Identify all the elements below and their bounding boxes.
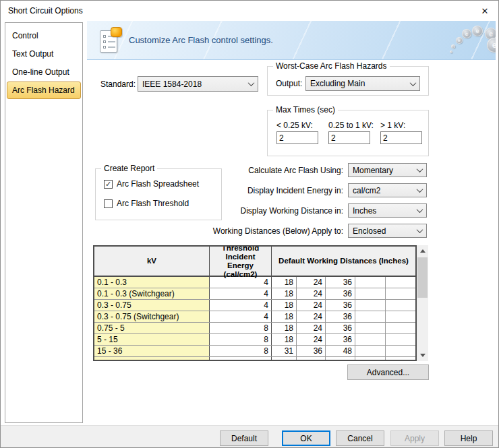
ok-button[interactable]: OK <box>282 430 330 446</box>
cell-distance-1[interactable]: 24 <box>297 300 326 311</box>
cell-threshold[interactable]: 8 <box>210 334 272 345</box>
table-scrollbar[interactable] <box>417 245 428 361</box>
cell-distance-1[interactable]: 24 <box>297 323 326 333</box>
setting-dropdown-working-distances-below-apply-to[interactable]: Enclosed <box>348 224 427 238</box>
chevron-down-icon <box>417 186 423 193</box>
sidebar-item-arc-flash-hazard[interactable]: Arc Flash Hazard <box>7 82 81 99</box>
setting-value: Enclosed <box>353 226 386 236</box>
standard-dropdown[interactable]: IEEE 1584-2018 <box>138 76 258 92</box>
setting-dropdown-calculate-arc-flash-using[interactable]: Momentary <box>348 163 427 177</box>
worst-case-group: Worst-Case Arc Flash Hazards Output: Exc… <box>267 66 429 96</box>
cell-distance-2[interactable]: 36 <box>326 334 355 345</box>
cell-distance-0[interactable]: 18 <box>272 300 297 311</box>
cell-distance-4[interactable] <box>386 334 415 345</box>
cell-kv[interactable]: 5 - 15 <box>94 334 210 345</box>
chevron-down-icon <box>417 206 423 213</box>
cell-distance-2[interactable] <box>326 357 355 361</box>
cell-distance-1[interactable]: 24 <box>297 311 326 322</box>
cell-threshold[interactable] <box>210 357 272 361</box>
cell-kv[interactable] <box>94 357 210 361</box>
cell-distance-1[interactable]: 24 <box>297 288 326 299</box>
cell-distance-0[interactable]: 18 <box>272 311 297 322</box>
cancel-button[interactable]: Cancel <box>336 430 384 446</box>
close-icon[interactable]: ✕ <box>471 1 498 21</box>
cell-distance-2[interactable]: 36 <box>326 311 355 322</box>
checkbox-box-icon[interactable]: ✓ <box>104 180 113 189</box>
cell-threshold[interactable]: 8 <box>210 346 272 356</box>
cell-distance-0[interactable]: 18 <box>272 323 297 333</box>
advanced-button[interactable]: Advanced... <box>347 364 429 380</box>
sidebar-item-one-line-output[interactable]: One-line Output <box>7 63 81 81</box>
max-time-input-2[interactable] <box>380 131 422 144</box>
cell-kv[interactable]: 0.1 - 0.3 (Switchgear) <box>94 288 210 299</box>
e-circle-icon: e <box>487 38 496 53</box>
cell-distance-0[interactable]: 18 <box>272 288 297 299</box>
cell-distance-2[interactable]: 36 <box>326 300 355 311</box>
dialog-window: Short Circuit Options ✕ ControlText Outp… <box>0 0 499 448</box>
setting-label-display-incident-energy-in: Display Incident Energy in: <box>175 186 343 195</box>
cell-distance-2[interactable]: 36 <box>326 277 355 288</box>
cell-distance-4[interactable] <box>386 300 415 311</box>
cell-kv[interactable]: 0.1 - 0.3 <box>94 277 210 288</box>
cell-distance-4[interactable] <box>386 357 415 361</box>
cell-kv[interactable]: 0.3 - 0.75 <box>94 300 210 311</box>
cell-distance-4[interactable] <box>386 323 415 333</box>
setting-value: cal/cm2 <box>353 186 380 195</box>
cell-distance-3[interactable] <box>355 311 386 322</box>
cell-distance-1[interactable] <box>297 357 326 361</box>
checkbox-box-icon[interactable] <box>104 199 113 208</box>
help-button[interactable]: Help <box>444 430 493 446</box>
standard-label: Standard: <box>87 79 136 89</box>
cell-threshold[interactable]: 4 <box>210 311 272 322</box>
setting-value: Momentary <box>353 166 393 175</box>
e-circle-icon: e <box>472 26 483 36</box>
cell-distance-3[interactable] <box>355 323 386 333</box>
cell-distance-1[interactable]: 24 <box>297 277 326 288</box>
cell-distance-2[interactable]: 36 <box>326 323 355 333</box>
banner-caption: Customize Arc Flash control settings. <box>129 35 273 45</box>
cell-threshold[interactable]: 8 <box>210 323 272 333</box>
cell-distance-2[interactable]: 48 <box>326 346 355 356</box>
cell-kv[interactable]: 0.3 - 0.75 (Switchgear) <box>94 311 210 322</box>
cell-distance-3[interactable] <box>355 346 386 356</box>
cell-threshold[interactable]: 4 <box>210 277 272 288</box>
cell-distance-2[interactable]: 36 <box>326 288 355 299</box>
cell-kv[interactable]: 0.75 - 5 <box>94 323 210 333</box>
sidebar-item-control[interactable]: Control <box>7 27 81 44</box>
output-value: Excluding Main <box>310 79 365 88</box>
cell-distance-3[interactable] <box>355 288 386 299</box>
scroll-up-button[interactable] <box>417 245 428 257</box>
cell-distance-4[interactable] <box>386 288 415 299</box>
cell-distance-4[interactable] <box>386 277 415 288</box>
max-time-label-0: < 0.25 kV: <box>276 121 313 130</box>
cell-distance-3[interactable] <box>355 277 386 288</box>
cell-threshold[interactable]: 4 <box>210 288 272 299</box>
dialog-title: Short Circuit Options <box>8 6 83 15</box>
setting-dropdown-display-working-distance-in[interactable]: Inches <box>348 203 427 218</box>
cell-distance-0[interactable]: 18 <box>272 277 297 288</box>
cell-distance-4[interactable] <box>386 311 415 322</box>
scrollbar-thumb[interactable] <box>417 257 428 298</box>
setting-dropdown-display-incident-energy-in[interactable]: cal/cm2 <box>348 183 427 197</box>
cell-distance-1[interactable]: 36 <box>297 346 326 356</box>
arrow-down-icon <box>420 354 425 357</box>
cell-distance-3[interactable] <box>355 334 386 345</box>
cell-distance-0[interactable] <box>272 357 297 361</box>
cell-distance-4[interactable] <box>386 346 415 356</box>
sidebar-item-text-output[interactable]: Text Output <box>7 45 81 63</box>
footer-bar: DefaultOKCancelApplyHelp <box>1 425 499 448</box>
cell-distance-3[interactable] <box>355 300 386 311</box>
cell-distance-3[interactable] <box>355 357 386 361</box>
scroll-down-button[interactable] <box>417 350 428 361</box>
output-dropdown[interactable]: Excluding Main <box>305 76 420 91</box>
cell-kv[interactable]: 15 - 36 <box>94 346 210 356</box>
cell-threshold[interactable]: 4 <box>210 300 272 311</box>
col-header-distances: Default Working Distances (Inches) <box>272 247 415 276</box>
max-time-input-0[interactable] <box>276 131 318 144</box>
cell-distance-0[interactable]: 31 <box>272 346 297 356</box>
cell-distance-1[interactable]: 24 <box>297 334 326 345</box>
max-time-input-1[interactable] <box>328 131 370 144</box>
default-button[interactable]: Default <box>220 430 268 446</box>
max-time-label-2: > 1 kV: <box>380 121 405 130</box>
cell-distance-0[interactable]: 18 <box>272 334 297 345</box>
